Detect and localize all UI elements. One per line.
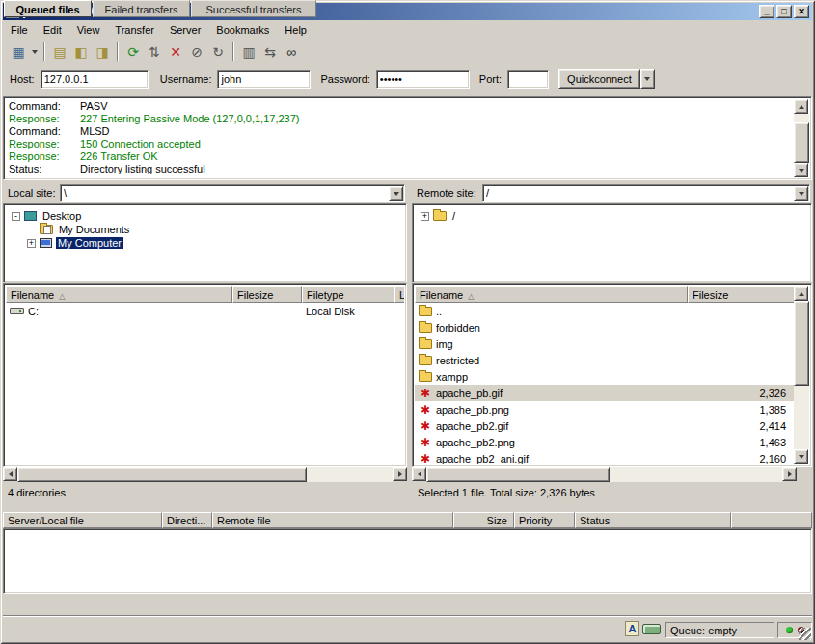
transfer-type-indicator-icon[interactable]: A (625, 621, 639, 636)
file-row-selected[interactable]: ✱apache_pb.gif2,326 (415, 385, 796, 401)
column-header-filename[interactable]: Filename△ (6, 286, 232, 303)
file-name: .. (436, 306, 442, 317)
process-queue-button[interactable]: ⇅ (144, 41, 165, 63)
tree-item-desktop[interactable]: - Desktop (6, 209, 404, 223)
port-label: Port: (479, 73, 502, 85)
computer-icon (40, 238, 52, 248)
menu-bookmarks[interactable]: Bookmarks (208, 21, 277, 39)
file-row[interactable]: forbidden (415, 319, 796, 335)
menu-file[interactable]: File (3, 21, 36, 39)
find-files-icon: ∞ (286, 44, 296, 60)
tab-successful-transfers[interactable]: Successful transfers (191, 0, 316, 17)
file-row[interactable]: restricted (415, 352, 796, 368)
scroll-right-button[interactable] (393, 467, 407, 481)
tree-item-my-computer[interactable]: + My Computer (6, 236, 404, 250)
scrollbar-thumb[interactable] (17, 467, 307, 482)
local-site-combo[interactable]: \ (60, 184, 405, 202)
scrollbar-thumb[interactable] (794, 301, 809, 386)
log-line: Response:150 Connection accepted (9, 138, 791, 150)
file-row[interactable]: ✱apache_pb2.png1,463 (415, 434, 796, 450)
column-header-filesize[interactable]: Filesize (688, 286, 796, 303)
scroll-up-button[interactable] (794, 99, 808, 114)
quickconnect-button[interactable]: Quickconnect (558, 69, 640, 89)
tab-queued-files[interactable]: Queued files (4, 0, 92, 17)
file-row[interactable]: ✱apache_pb2.gif2,414 (415, 417, 796, 434)
column-header-last-modified[interactable]: L (394, 286, 404, 303)
queue-column-status[interactable]: Status (575, 512, 731, 528)
remote-site-combo[interactable]: / (482, 184, 810, 202)
queue-column-size[interactable]: Size (453, 512, 514, 528)
collapse-icon[interactable]: - (12, 212, 20, 221)
log-line: Command:PASV (9, 100, 791, 113)
cancel-button[interactable]: ✕ (165, 41, 186, 63)
toggle-queue-button[interactable]: ◨ (92, 41, 113, 63)
queue-column-direction[interactable]: Directi... (162, 512, 212, 528)
file-row[interactable]: ✱apache_pb.png1,385 (415, 401, 796, 417)
expand-icon[interactable]: + (421, 212, 429, 221)
toggle-tree-views-button[interactable]: ◧ (70, 41, 92, 63)
local-site-value: \ (64, 187, 387, 199)
tree-item-my-documents[interactable]: My Documents (6, 223, 404, 236)
column-header-filename[interactable]: Filename△ (415, 286, 688, 303)
maximize-button[interactable]: □ (776, 5, 792, 18)
scroll-left-button[interactable] (3, 467, 17, 481)
synchronized-browsing-button[interactable]: ⇆ (259, 41, 281, 63)
queue-column-server-local-file[interactable]: Server/Local file (3, 512, 162, 528)
file-name: xampp (436, 371, 468, 383)
remote-site-dropdown-button[interactable] (794, 186, 808, 201)
tree-item-label: / (450, 210, 457, 222)
log-line: Command:MLSD (9, 125, 791, 138)
log-scrollbar[interactable] (794, 99, 809, 177)
password-input[interactable] (376, 70, 470, 89)
directory-comparison-button[interactable]: ▥ (238, 41, 259, 63)
menu-server[interactable]: Server (162, 21, 208, 39)
local-list-hscrollbar[interactable] (3, 467, 407, 482)
site-manager-button[interactable]: ▦ (8, 41, 29, 63)
reconnect-button[interactable]: ↻ (207, 41, 229, 63)
menubar: File Edit View Transfer Server Bookmarks… (3, 20, 812, 40)
scroll-left-button[interactable] (412, 467, 426, 481)
scroll-right-button[interactable] (782, 467, 797, 481)
minimize-button[interactable]: _ (759, 5, 774, 18)
file-row[interactable]: ✱apache_pb2_ani.gif2,160 (415, 450, 796, 464)
username-input[interactable] (217, 70, 311, 89)
menu-view[interactable]: View (69, 21, 108, 39)
tab-failed-transfers[interactable]: Failed transfers (93, 0, 190, 17)
file-row[interactable]: .. (415, 303, 796, 319)
file-row[interactable]: xampp (415, 368, 796, 385)
menu-help[interactable]: Help (277, 21, 314, 39)
port-input[interactable] (507, 70, 549, 89)
scroll-down-button[interactable] (794, 449, 808, 464)
file-row[interactable]: img (415, 335, 796, 352)
local-site-dropdown-button[interactable] (389, 186, 403, 201)
file-row[interactable]: C: Local Disk (6, 303, 404, 319)
scrollbar-thumb[interactable] (426, 467, 610, 482)
scroll-up-button[interactable] (794, 286, 808, 301)
close-button[interactable]: ✕ (794, 5, 809, 18)
file-name: apache_pb.gif (436, 388, 503, 399)
tree-item-root[interactable]: + / (415, 209, 809, 223)
scrollbar-thumb[interactable] (794, 122, 809, 163)
expand-icon[interactable]: + (27, 239, 36, 248)
remote-list-hscrollbar[interactable] (412, 467, 797, 482)
menu-edit[interactable]: Edit (36, 21, 69, 39)
file-name: C: (28, 306, 39, 317)
queue-column-priority[interactable]: Priority (514, 512, 575, 528)
column-header-filesize[interactable]: Filesize (232, 286, 302, 303)
file-size: 1,463 (688, 437, 790, 448)
site-manager-dropdown-button[interactable] (29, 41, 40, 63)
column-header-filetype[interactable]: Filetype (302, 286, 394, 303)
refresh-button[interactable]: ⟳ (122, 41, 144, 63)
find-files-button[interactable]: ∞ (281, 41, 302, 63)
speed-limits-icon[interactable] (642, 624, 661, 634)
host-input[interactable] (41, 70, 149, 89)
queue-column-remote-file[interactable]: Remote file (212, 512, 453, 528)
remote-list-scrollbar[interactable] (794, 286, 809, 464)
disconnect-button[interactable]: ⊘ (186, 41, 207, 63)
menu-transfer[interactable]: Transfer (107, 21, 162, 39)
resize-grip[interactable] (799, 628, 811, 640)
quickconnect-dropdown-button[interactable] (640, 69, 655, 89)
remote-site-value: / (486, 187, 792, 199)
scroll-down-button[interactable] (794, 163, 808, 177)
toggle-message-log-button[interactable]: ▤ (49, 41, 70, 63)
